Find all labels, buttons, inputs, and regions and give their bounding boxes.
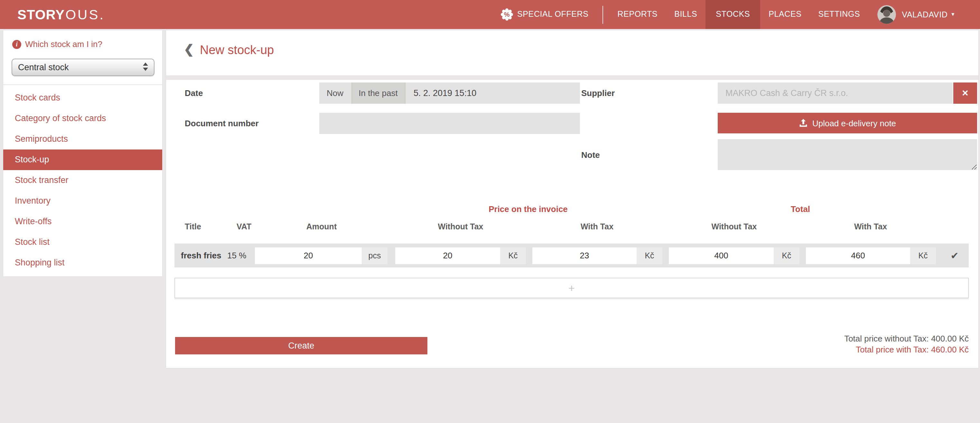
user-name: VALADAVID (902, 10, 948, 19)
sidebar-item-stock-transfer[interactable]: Stock transfer (3, 170, 162, 191)
invoice-with-tax-input[interactable] (532, 247, 636, 264)
note-label: Note (581, 139, 600, 170)
col-header-total-with-tax: With Tax (854, 222, 887, 231)
nav-item-stocks[interactable]: STOCKS (705, 0, 760, 29)
sidebar-item-shopping-list[interactable]: Shopping list (3, 252, 162, 273)
new-stock-up-panel: ❮ New stock-up Date Now In the past 5. 2… (166, 30, 978, 368)
select-arrows-icon (143, 62, 149, 71)
col-header-invoice-with-tax: With Tax (581, 222, 613, 231)
row-item-vat: 15 % (227, 244, 246, 267)
nav-item-bills[interactable]: BILLS (666, 0, 705, 29)
confirm-row-check-icon[interactable]: ✔ (944, 244, 965, 267)
currency-suffix: Kč (500, 247, 526, 264)
avatar-image (877, 5, 896, 24)
which-stock-row: i Which stock am I in? (12, 39, 102, 49)
currency-suffix: Kč (774, 247, 799, 264)
stocks-sidebar: i Which stock am I in? Central stock Sto… (3, 30, 162, 276)
date-value-field[interactable]: 5. 2. 2019 15:10 (405, 83, 580, 104)
plus-icon: + (568, 283, 575, 294)
amount-group: pcs (255, 247, 388, 264)
percent-badge-icon: % (500, 8, 513, 21)
supplier-clear-button[interactable]: ✕ (953, 83, 977, 104)
app-viewport: STORYOUS. % SPECIAL OFFERS REPORTS BIL (0, 0, 980, 423)
currency-suffix: Kč (636, 247, 662, 264)
main-nav: % SPECIAL OFFERS REPORTS BILLS STOCKS PL… (492, 0, 955, 29)
date-now-toggle[interactable]: Now (319, 83, 351, 104)
col-header-invoice-without-tax: Without Tax (438, 222, 484, 231)
sidebar-item-write-offs[interactable]: Write-offs (3, 211, 162, 232)
nav-label: REPORTS (617, 0, 658, 29)
note-textarea[interactable] (718, 139, 977, 170)
total-with-tax-input[interactable] (806, 247, 910, 264)
upload-label: Upload e-delivery note (812, 118, 896, 128)
stock-select-value: Central stock (18, 59, 69, 75)
unit-suffix: pcs (362, 247, 388, 264)
sidebar-item-category-of-stock-cards[interactable]: Category of stock cards (3, 108, 162, 129)
invoice-without-tax-input[interactable] (395, 247, 500, 264)
svg-text:%: % (504, 11, 509, 18)
sidebar-item-semiproducts[interactable]: Semiproducts (3, 129, 162, 150)
sidebar-menu: Stock cards Category of stock cards Semi… (3, 88, 162, 273)
total-without-tax-group: Kč (669, 247, 799, 264)
total-group-header: Total (791, 204, 810, 214)
upload-e-delivery-note-button[interactable]: Upload e-delivery note (718, 113, 977, 133)
sidebar-item-stock-cards[interactable]: Stock cards (3, 88, 162, 108)
stock-select[interactable]: Central stock (11, 59, 154, 76)
invoice-with-tax-group: Kč (532, 247, 662, 264)
create-button[interactable]: Create (175, 337, 427, 354)
which-stock-label: Which stock am I in? (25, 39, 102, 49)
title-divider (166, 75, 978, 80)
nav-item-settings[interactable]: SETTINGS (810, 0, 869, 29)
logo-bold: STORY (18, 7, 65, 22)
totals-summary: Total price without Tax: 400.00 Kč Total… (844, 334, 969, 355)
currency-suffix: Kč (910, 247, 936, 264)
nav-divider (603, 5, 603, 24)
total-with-tax-text: Total price with Tax: 460.00 Kč (844, 345, 969, 355)
total-without-tax-input[interactable] (669, 247, 774, 264)
col-header-total-without-tax: Without Tax (711, 222, 757, 231)
row-item-title: fresh fries (181, 244, 221, 267)
sidebar-divider (3, 85, 162, 85)
price-on-invoice-group-header: Price on the invoice (488, 204, 568, 214)
date-control: Now In the past 5. 2. 2019 15:10 (319, 83, 580, 104)
col-header-vat: VAT (237, 222, 251, 231)
date-label: Date (185, 83, 203, 104)
nav-label: BILLS (674, 0, 697, 29)
document-number-label: Document number (185, 113, 259, 134)
top-navigation-bar: STORYOUS. % SPECIAL OFFERS REPORTS BIL (0, 0, 980, 29)
nav-item-reports[interactable]: REPORTS (609, 0, 666, 29)
user-avatar[interactable] (877, 5, 896, 24)
nav-label: PLACES (768, 0, 801, 29)
nav-label: SETTINGS (818, 0, 860, 29)
info-icon: i (12, 40, 21, 49)
close-icon: ✕ (962, 88, 969, 98)
nav-label: SPECIAL OFFERS (517, 0, 588, 29)
logo-light: OUS. (65, 7, 105, 22)
total-without-tax-text: Total price without Tax: 400.00 Kč (844, 334, 969, 345)
page-title: New stock-up (200, 43, 274, 57)
chevron-down-icon: ▾ (951, 11, 955, 18)
storyous-logo[interactable]: STORYOUS. (18, 7, 105, 22)
upload-icon (799, 118, 808, 128)
col-header-title: Title (185, 222, 201, 231)
date-in-the-past-toggle[interactable]: In the past (351, 83, 405, 104)
amount-input[interactable] (255, 247, 362, 264)
user-menu[interactable]: VALADAVID ▾ (902, 0, 955, 29)
sidebar-item-stock-up[interactable]: Stock-up (3, 150, 162, 170)
col-header-amount: Amount (306, 222, 337, 231)
nav-item-special-offers[interactable]: % SPECIAL OFFERS (492, 0, 597, 29)
sidebar-item-inventory[interactable]: Inventory (3, 191, 162, 211)
document-number-input[interactable] (319, 113, 580, 134)
invoice-without-tax-group: Kč (395, 247, 526, 264)
supplier-label: Supplier (581, 83, 615, 104)
total-with-tax-group: Kč (806, 247, 936, 264)
sidebar-item-stock-list[interactable]: Stock list (3, 232, 162, 252)
add-item-row[interactable]: + (175, 278, 969, 298)
nav-label: STOCKS (716, 0, 750, 29)
supplier-input[interactable] (718, 83, 953, 104)
nav-item-places[interactable]: PLACES (760, 0, 810, 29)
table-row: fresh fries 15 % pcs Kč Kč Kč Kč (175, 244, 969, 267)
back-button[interactable]: ❮ (184, 42, 194, 57)
